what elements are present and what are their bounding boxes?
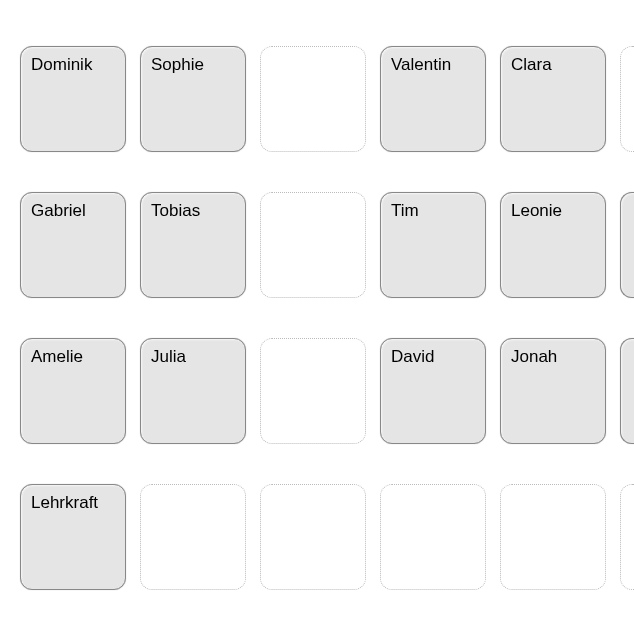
seat-empty[interactable] [620, 46, 634, 152]
seat[interactable] [620, 192, 634, 298]
seat-label: Tobias [151, 201, 200, 220]
seat-empty[interactable] [380, 484, 486, 590]
seat-label: Sophie [151, 55, 204, 74]
seat[interactable]: David [380, 338, 486, 444]
seat-row: Amelie Julia David Jonah [20, 338, 634, 444]
seat[interactable] [620, 338, 634, 444]
seat-empty[interactable] [500, 484, 606, 590]
seat-empty[interactable] [260, 484, 366, 590]
seat-label: Lehrkraft [31, 493, 98, 512]
seat-row: Gabriel Tobias Tim Leonie [20, 192, 634, 298]
seat-label: Clara [511, 55, 552, 74]
seat-label: Tim [391, 201, 419, 220]
seat-empty[interactable] [140, 484, 246, 590]
seat-label: Jonah [511, 347, 557, 366]
seat-label: Dominik [31, 55, 92, 74]
seat[interactable]: Amelie [20, 338, 126, 444]
seat-row: Dominik Sophie Valentin Clara [20, 46, 634, 152]
seating-grid: Dominik Sophie Valentin Clara Gabriel To… [20, 46, 634, 590]
seat-label: Gabriel [31, 201, 86, 220]
seat[interactable]: Jonah [500, 338, 606, 444]
seat-empty[interactable] [260, 46, 366, 152]
seat-row: Lehrkraft [20, 484, 634, 590]
seat-empty[interactable] [620, 484, 634, 590]
seat[interactable]: Dominik [20, 46, 126, 152]
seat-teacher[interactable]: Lehrkraft [20, 484, 126, 590]
seat[interactable]: Sophie [140, 46, 246, 152]
seat[interactable]: Valentin [380, 46, 486, 152]
seat-label: Leonie [511, 201, 562, 220]
seat-empty[interactable] [260, 338, 366, 444]
seat-label: Amelie [31, 347, 83, 366]
seat[interactable]: Clara [500, 46, 606, 152]
seat-label: Valentin [391, 55, 451, 74]
seat[interactable]: Gabriel [20, 192, 126, 298]
seat[interactable]: Tim [380, 192, 486, 298]
seat[interactable]: Leonie [500, 192, 606, 298]
seat-label: David [391, 347, 434, 366]
seat[interactable]: Tobias [140, 192, 246, 298]
seat-empty[interactable] [260, 192, 366, 298]
seat-label: Julia [151, 347, 186, 366]
seat[interactable]: Julia [140, 338, 246, 444]
